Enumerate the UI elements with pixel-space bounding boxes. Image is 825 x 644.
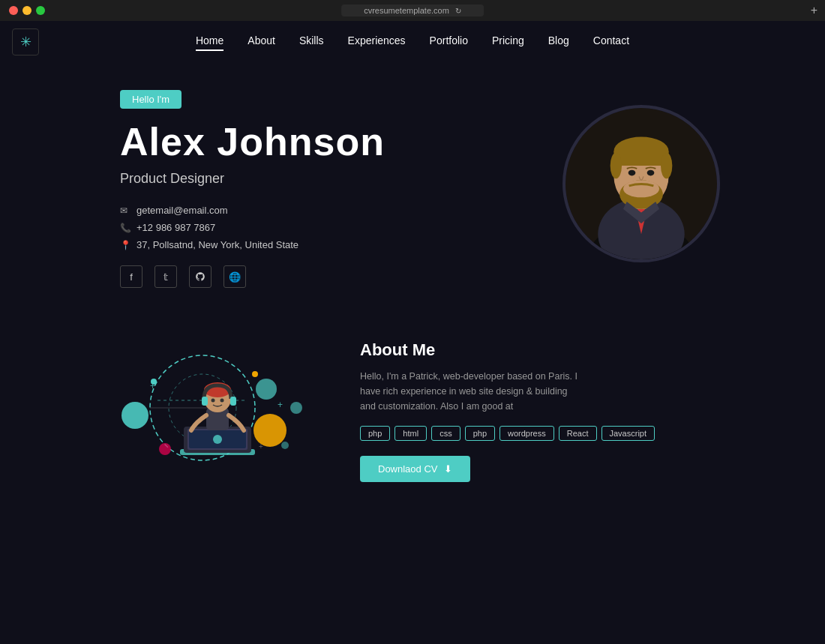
about-title: About Me [360, 340, 780, 360]
nav-item-experiences[interactable]: Experiences [348, 34, 406, 49]
address-text: 37, Pollsatnd, New York, United State [136, 239, 298, 250]
svg-point-9 [661, 153, 672, 179]
url-bar[interactable]: cvresumetemplate.com ↻ [341, 4, 484, 16]
svg-text:+: + [259, 442, 263, 451]
facebook-icon[interactable]: f [120, 265, 142, 288]
window-chrome: cvresumetemplate.com ↻ + [0, 0, 825, 21]
hero-section: Hello I'm Alex Johnson Product Designer … [0, 60, 825, 288]
download-cv-button[interactable]: Downlaod CV ⬇ [360, 456, 470, 482]
hero-name: Alex Johnson [120, 121, 562, 163]
window-maximize-dot[interactable] [36, 6, 45, 15]
email-icon: ✉ [120, 205, 130, 216]
twitter-icon[interactable]: 𝕥 [154, 265, 177, 288]
main-content: ✳ Home About Skills Experiences Portfoli… [0, 21, 825, 644]
svg-point-11 [623, 180, 659, 197]
svg-point-8 [610, 153, 622, 179]
refresh-icon[interactable]: ↻ [455, 7, 461, 15]
phone-icon: 📞 [120, 223, 130, 233]
window-minimize-dot[interactable] [22, 6, 32, 15]
svg-rect-34 [202, 397, 208, 406]
profile-image [562, 105, 720, 262]
contact-address: 📍 37, Pollsatnd, New York, United State [120, 239, 562, 250]
tag-php-2[interactable]: php [465, 426, 495, 441]
contact-info: ✉ getemail@email.com 📞 +12 986 987 7867 … [120, 205, 562, 250]
svg-point-36 [212, 399, 215, 403]
download-icon: ⬇ [444, 463, 452, 475]
tech-tags: php html css php wordpress React Javascr… [360, 426, 780, 441]
tag-php-1[interactable]: php [360, 426, 390, 441]
nav-item-pricing[interactable]: Pricing [492, 34, 524, 49]
tag-css[interactable]: css [431, 426, 460, 441]
location-icon: 📍 [120, 240, 130, 250]
svg-point-30 [213, 435, 222, 444]
nav-item-portfolio[interactable]: Portfolio [430, 34, 468, 49]
svg-point-20 [290, 402, 302, 414]
globe-icon[interactable]: 🌐 [224, 265, 246, 288]
hello-badge: Hello I'm [120, 90, 182, 109]
hero-left: Hello I'm Alex Johnson Product Designer … [120, 90, 562, 288]
svg-rect-7 [614, 151, 668, 166]
tag-react[interactable]: React [559, 426, 597, 441]
url-text: cvresumetemplate.com [364, 6, 449, 15]
social-icons: f 𝕥 🌐 [120, 265, 562, 288]
nav-item-blog[interactable]: Blog [548, 34, 569, 49]
tag-javascript[interactable]: Javascript [602, 426, 656, 441]
svg-point-18 [256, 379, 277, 400]
svg-point-19 [159, 443, 171, 455]
svg-point-16 [122, 402, 148, 429]
svg-text:+: + [150, 381, 155, 391]
svg-text:+: + [278, 400, 283, 410]
illustration-container: + + + [75, 333, 315, 483]
svg-point-13 [647, 170, 655, 176]
phone-text: +12 986 987 7867 [136, 222, 215, 233]
hero-title: Product Designer [120, 171, 562, 187]
about-right: About Me Hello, I'm a Patrick, web-devel… [360, 333, 780, 482]
nav-item-skills[interactable]: Skills [299, 34, 324, 49]
contact-email: ✉ getemail@email.com [120, 205, 562, 216]
svg-point-37 [220, 399, 224, 403]
window-close-dot[interactable] [9, 6, 18, 15]
email-text: getemail@email.com [136, 205, 228, 216]
about-section: + + + About Me Hello, I'm a Patrick, web… [0, 303, 825, 483]
svg-point-12 [628, 170, 636, 176]
contact-phone: 📞 +12 986 987 7867 [120, 222, 562, 233]
nav-item-about[interactable]: About [248, 34, 275, 49]
tag-wordpress[interactable]: wordpress [500, 426, 554, 441]
tag-html[interactable]: html [394, 426, 427, 441]
nav-item-home[interactable]: Home [196, 34, 224, 49]
svg-rect-35 [230, 397, 236, 406]
svg-point-25 [281, 442, 289, 449]
nav-item-contact[interactable]: Contact [593, 34, 629, 49]
download-btn-label: Downlaod CV [378, 463, 438, 475]
svg-point-24 [252, 371, 258, 377]
about-description: Hello, I'm a Patrick, web-developer base… [360, 369, 585, 414]
new-tab-button[interactable]: + [811, 4, 818, 17]
github-icon[interactable] [189, 265, 212, 288]
navigation: Home About Skills Experiences Portfolio … [0, 21, 825, 60]
